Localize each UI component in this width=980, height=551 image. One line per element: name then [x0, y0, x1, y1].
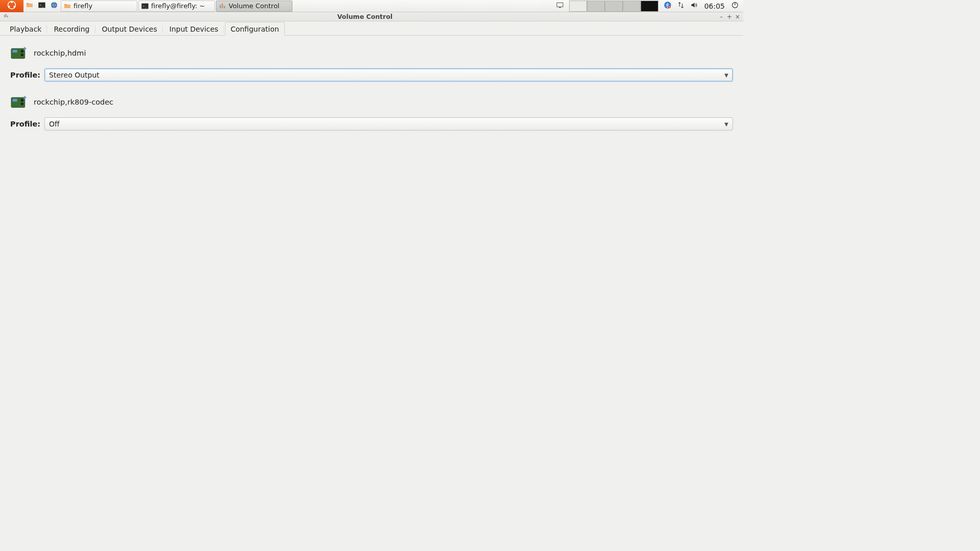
device-header: rockchip,rk809-codec: [10, 94, 733, 110]
clock[interactable]: 06:05: [702, 2, 727, 10]
svg-rect-22: [13, 50, 17, 53]
window-maximize-button[interactable]: +: [726, 13, 733, 20]
window-titlebar[interactable]: Volume Control – + ×: [0, 12, 743, 21]
taskbar-item-terminal[interactable]: >_ firefly@firefly: ~: [138, 1, 215, 12]
pager-workspace-2[interactable]: [587, 1, 605, 12]
sound-card-icon: [10, 45, 29, 61]
taskbar-window-list: firefly >_ firefly@firefly: ~ Volume Con…: [60, 0, 555, 12]
svg-text:>_: >_: [39, 3, 44, 7]
tab-output-devices[interactable]: Output Devices: [96, 22, 163, 35]
svg-point-23: [21, 50, 23, 53]
window-close-button[interactable]: ×: [734, 13, 741, 20]
network-updown-icon: [677, 1, 685, 11]
svg-rect-26: [13, 99, 17, 102]
tabbar: Playback Recording Output Devices Input …: [0, 21, 743, 36]
tab-input-devices[interactable]: Input Devices: [164, 22, 224, 35]
device-block: rockchip,rk809-codec Profile: Off ▼: [10, 94, 733, 131]
power-icon: [731, 1, 739, 11]
workspace-pager[interactable]: [569, 1, 658, 12]
svg-point-3: [13, 6, 15, 8]
profile-row: Profile: Off ▼: [10, 117, 733, 131]
device-name: rockchip,rk809-codec: [34, 98, 113, 106]
svg-point-27: [21, 99, 23, 102]
taskbar-item-label: Volume Control: [229, 2, 279, 10]
svg-text:>_: >_: [142, 4, 147, 8]
tab-playback[interactable]: Playback: [4, 22, 47, 35]
profile-label: Profile:: [10, 71, 40, 79]
svg-rect-11: [224, 6, 225, 8]
tab-label: Configuration: [231, 25, 279, 33]
app-icon: [3, 13, 9, 20]
terminal-launcher[interactable]: >_: [36, 0, 48, 12]
taskbar-item-label: firefly@firefly: ~: [151, 2, 205, 10]
device-name: rockchip,hdmi: [34, 49, 86, 57]
globe-icon: [50, 1, 58, 11]
taskbar: >_ firefly >_ firefly@firefly:: [0, 0, 743, 12]
device-header: rockchip,hdmi: [10, 45, 733, 61]
pager-workspace-1[interactable]: [569, 1, 587, 12]
network-applet[interactable]: [676, 1, 686, 11]
bluetooth-icon: [664, 1, 672, 11]
svg-rect-9: [220, 5, 221, 8]
window-minimize-button[interactable]: –: [718, 13, 725, 20]
svg-rect-12: [557, 3, 563, 7]
profile-select[interactable]: Stereo Output ▼: [44, 68, 733, 82]
sound-card-icon: [10, 94, 29, 110]
svg-rect-20: [7, 16, 8, 18]
chevron-down-icon: ▼: [724, 121, 728, 127]
svg-rect-10: [222, 3, 223, 8]
tab-configuration[interactable]: Configuration: [225, 22, 285, 36]
session-applet[interactable]: [730, 1, 740, 11]
web-browser-launcher[interactable]: [48, 0, 60, 12]
tab-label: Playback: [10, 25, 41, 33]
tab-label: Recording: [54, 25, 89, 33]
launcher-icons: >_: [23, 0, 60, 12]
profile-label: Profile:: [10, 120, 40, 128]
terminal-icon: >_: [38, 1, 46, 11]
display-icon: [556, 1, 564, 11]
device-block: rockchip,hdmi Profile: Stereo Output ▼: [10, 45, 733, 82]
configuration-pane: rockchip,hdmi Profile: Stereo Output ▼ r…: [0, 36, 743, 152]
window-controls: – + ×: [718, 13, 743, 20]
start-menu-button[interactable]: [0, 0, 23, 12]
tab-recording[interactable]: Recording: [48, 22, 95, 35]
speaker-icon: [690, 1, 698, 11]
svg-rect-13: [559, 7, 561, 8]
pager-workspace-3[interactable]: [605, 1, 623, 12]
close-icon: ×: [735, 13, 740, 20]
sound-applet[interactable]: [689, 1, 699, 11]
taskbar-item-file-manager[interactable]: firefly: [61, 1, 137, 12]
bluetooth-applet[interactable]: [663, 1, 673, 11]
folder-icon: [63, 2, 71, 10]
svg-point-1: [11, 1, 13, 3]
ubuntu-logo-icon: [7, 1, 16, 11]
chevron-down-icon: ▼: [724, 72, 728, 78]
minimize-icon: –: [720, 13, 723, 20]
terminal-icon: >_: [141, 2, 149, 10]
folder-icon: [26, 1, 34, 11]
svg-rect-19: [6, 14, 7, 17]
window-title: Volume Control: [12, 13, 718, 20]
maximize-icon: +: [727, 13, 732, 20]
svg-point-24: [21, 54, 23, 56]
volume-mixer-icon: [218, 2, 227, 10]
taskbar-item-label: firefly: [74, 2, 92, 10]
tab-label: Input Devices: [169, 25, 218, 33]
pager-workspace-5[interactable]: [641, 1, 658, 12]
svg-point-2: [8, 6, 10, 8]
svg-point-28: [21, 103, 23, 105]
file-manager-launcher[interactable]: [23, 0, 36, 12]
taskbar-left: >_: [0, 0, 60, 12]
svg-rect-18: [4, 15, 5, 17]
taskbar-right: 06:05: [555, 0, 743, 12]
display-applet[interactable]: [555, 1, 565, 11]
tab-label: Output Devices: [102, 25, 157, 33]
window-menu-button[interactable]: [0, 13, 12, 20]
taskbar-item-volume-control[interactable]: Volume Control: [216, 1, 292, 12]
profile-select-value: Stereo Output: [49, 71, 100, 79]
profile-select-value: Off: [49, 120, 60, 128]
profile-select[interactable]: Off ▼: [44, 117, 733, 131]
profile-row: Profile: Stereo Output ▼: [10, 68, 733, 82]
pager-workspace-4[interactable]: [623, 1, 641, 12]
